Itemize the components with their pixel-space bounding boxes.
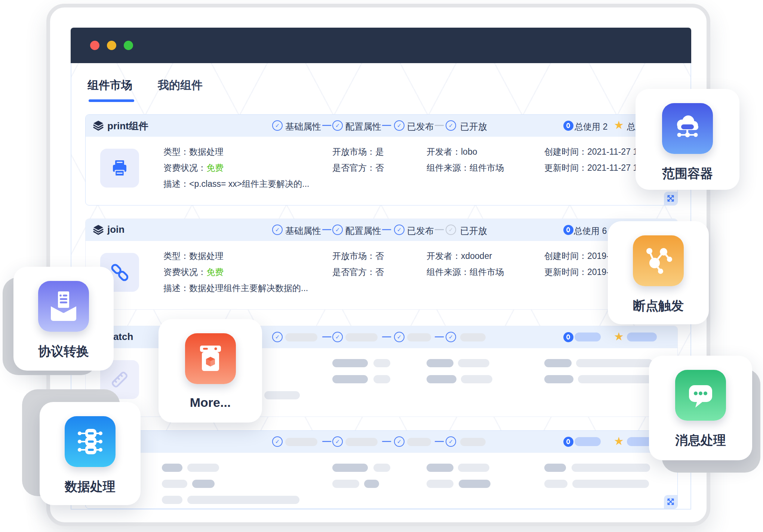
step-dash: — (435, 224, 444, 234)
step-check: ✓ (332, 436, 343, 447)
tab-component-market[interactable]: 组件市场 (87, 78, 132, 93)
field-developer: 开发者：lobo (427, 146, 477, 158)
skeleton-pill (332, 359, 368, 367)
field-desc: 描述：<p.class= xx>组件主要解决的... (163, 178, 309, 190)
skeleton-pill (187, 464, 219, 472)
card-data-processing[interactable]: 数据处理 (40, 402, 141, 505)
component-row-print[interactable]: print组件 ✓ 基础属性 — ✓ 配置属性 — ✓ 已发布 — ✓ 已开放 … (85, 114, 678, 205)
step-dash: — (382, 436, 391, 446)
skeleton-pill (285, 333, 317, 341)
field-type: 类型：数据处理 (163, 146, 224, 158)
skeleton-pill (459, 480, 490, 488)
skeleton-pill (345, 438, 378, 446)
skeleton-pill (460, 438, 486, 446)
skeleton-pill (364, 480, 379, 488)
step-check: ✓ (394, 436, 404, 447)
field-created: 创建时间：2021-11-27 11:2 (544, 146, 649, 158)
step-dash: — (382, 224, 391, 234)
skeleton-pill (332, 375, 368, 383)
skeleton-pill (460, 333, 486, 341)
row-expand-chip[interactable] (664, 192, 677, 205)
field-created: 创建时间：2019-1 (544, 250, 614, 262)
skeleton-pill-blue (575, 437, 601, 446)
step-label-basic: 基础属性 (285, 225, 321, 237)
maximize-window-dot[interactable] (124, 41, 133, 50)
molecule-icon (633, 235, 684, 286)
skeleton-pill (373, 464, 390, 472)
active-tab-underline (89, 99, 134, 102)
card-label: 范围容器 (662, 165, 713, 182)
field-official: 是否官方：否 (332, 266, 384, 278)
minimize-window-dot[interactable] (107, 41, 116, 50)
skeleton-pill (285, 438, 317, 446)
skeleton-pill (187, 496, 299, 504)
row-header: ✓ — ✓ — ✓ — ✓ ★ (86, 431, 677, 453)
card-message-processing[interactable]: 消息处理 (649, 356, 752, 460)
window-titlebar (71, 28, 691, 63)
rating-star-icon: ★ (614, 434, 624, 448)
step-label-published: 已发布 (407, 121, 434, 133)
field-fee: 资费状况：免费 (163, 162, 224, 174)
skeleton-pill (576, 359, 653, 367)
step-dash: — (322, 120, 331, 130)
skeleton-pill (572, 480, 649, 488)
row-header: print组件 ✓ 基础属性 — ✓ 配置属性 — ✓ 已发布 — ✓ 已开放 … (86, 115, 677, 137)
step-check-published: ✓ (394, 225, 404, 235)
data-pipeline-icon (65, 416, 116, 467)
rating-star-icon: ★ (614, 118, 624, 132)
card-label: More... (190, 395, 231, 410)
component-row-join[interactable]: join ✓ 基础属性 — ✓ 配置属性 — ✓ 已发布 — ✓ 已开放 总使用… (85, 219, 678, 310)
card-breakpoint-trigger[interactable]: 断点触发 (608, 221, 709, 324)
field-official: 是否官方：否 (332, 162, 384, 174)
usage-count: 总使用 6 (574, 225, 607, 237)
step-check-open: ✓ (446, 120, 456, 131)
card-scope-container[interactable]: 范围容器 (636, 89, 739, 190)
field-market: 开放市场：是 (332, 146, 384, 158)
card-label: 断点触发 (633, 297, 684, 315)
field-source: 组件来源：组件市场 (427, 266, 504, 278)
rating-star-icon: ★ (614, 330, 624, 343)
field-desc: 描述：数据处理组件主要解决数据的... (163, 282, 308, 294)
skeleton-pill (192, 480, 215, 488)
row-expand-chip[interactable] (664, 495, 677, 508)
field-market: 开放市场：否 (332, 250, 384, 262)
cloud-network-icon (662, 103, 713, 154)
step-dash: — (435, 436, 444, 446)
component-row-skeleton[interactable]: ✓ — ✓ — ✓ — ✓ ★ (85, 430, 678, 509)
skeleton-pill (162, 464, 182, 472)
skeleton-pill (427, 375, 456, 383)
skeleton-pill (373, 359, 390, 367)
window-content: 组件市场 我的组件 print组件 ✓ 基础属性 — ✓ 配置属性 — ✓ (71, 63, 691, 510)
skeleton-pill-blue (627, 332, 657, 341)
skeleton-pill (544, 359, 572, 367)
step-dash: — (322, 224, 331, 234)
card-label: 消息处理 (675, 432, 726, 449)
usage-eye-icon (563, 121, 573, 131)
field-developer: 开发者：xdooder (427, 250, 492, 262)
step-check-config: ✓ (332, 120, 343, 131)
skeleton-pill (544, 375, 573, 383)
field-fee: 资费状况：免费 (163, 266, 224, 278)
tab-my-components[interactable]: 我的组件 (158, 78, 203, 93)
component-name: join (107, 224, 124, 235)
skeleton-pill-blue (575, 332, 601, 341)
step-dash: — (382, 331, 391, 341)
field-source: 组件来源：组件市场 (427, 162, 504, 174)
step-check: ✓ (394, 332, 404, 342)
close-window-dot[interactable] (90, 41, 99, 50)
skeleton-pill (458, 359, 489, 367)
step-label-open: 已开放 (460, 121, 487, 133)
card-more[interactable]: More... (159, 319, 262, 423)
skeleton-pill (162, 496, 182, 504)
card-protocol-conversion[interactable]: 协议转换 (13, 267, 114, 371)
skeleton-pill (572, 464, 650, 472)
field-type: 类型：数据处理 (163, 250, 224, 262)
skeleton-pill (373, 375, 390, 383)
skeleton-pill (264, 391, 300, 399)
field-updated: 更新时间：2021-11-27 11:2 (544, 162, 649, 174)
step-check: ✓ (446, 332, 456, 342)
step-check-open: ✓ (446, 225, 456, 235)
step-label-open: 已开放 (460, 225, 487, 237)
row-header: join ✓ 基础属性 — ✓ 配置属性 — ✓ 已发布 — ✓ 已开放 总使用… (86, 219, 677, 241)
step-check-config: ✓ (332, 225, 343, 235)
